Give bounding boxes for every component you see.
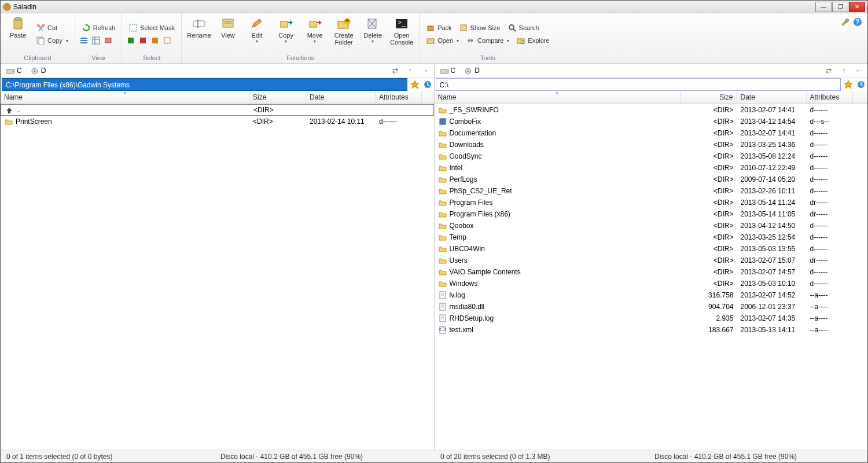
favorite-icon[interactable] bbox=[843, 79, 854, 90]
view-button[interactable]: View bbox=[214, 15, 242, 53]
delete-icon bbox=[366, 17, 380, 31]
table-row[interactable]: PrintScreen<DIR>2013-02-14 10:11d------ bbox=[1, 116, 434, 127]
nav-swap-icon[interactable]: ⇄ bbox=[823, 65, 834, 76]
minimize-button[interactable]: — bbox=[815, 2, 832, 12]
left-file-list[interactable]: ..<DIR>PrintScreen<DIR>2013-02-14 10:11d… bbox=[1, 104, 434, 450]
copy-fn-button[interactable]: Copy▾ bbox=[272, 15, 300, 53]
compare-button[interactable]: Compare▾ bbox=[463, 35, 512, 46]
nav-up-icon[interactable]: ↑ bbox=[838, 65, 849, 76]
svg-rect-4 bbox=[39, 38, 44, 45]
svg-rect-6 bbox=[80, 40, 87, 41]
rename-button[interactable]: Rename bbox=[185, 15, 213, 53]
unselect-icon[interactable] bbox=[138, 35, 148, 46]
table-row[interactable]: Program Files (x86)<DIR>2013-05-14 11:05… bbox=[435, 208, 868, 220]
col-size[interactable]: Size bbox=[681, 91, 737, 104]
cut-button[interactable]: ✂️Cut bbox=[33, 22, 71, 34]
open-console-button[interactable]: >_Open Console bbox=[388, 15, 415, 53]
favorite-icon[interactable] bbox=[409, 79, 421, 90]
svg-rect-2 bbox=[16, 17, 20, 20]
file-icon bbox=[438, 302, 447, 311]
pack-button[interactable]: Pack bbox=[423, 22, 454, 34]
table-row[interactable]: Downloads<DIR>2013-03-25 14:36d------ bbox=[435, 139, 868, 150]
select-ext-icon[interactable] bbox=[162, 35, 172, 46]
col-date[interactable]: Date bbox=[737, 91, 807, 104]
svg-rect-5 bbox=[80, 38, 87, 39]
col-attr[interactable]: Attributes bbox=[376, 91, 422, 104]
drive-c-left[interactable]: C bbox=[4, 66, 24, 75]
folder-icon bbox=[438, 128, 447, 138]
create-folder-button[interactable]: ✦Create Folder bbox=[330, 15, 358, 53]
ribbon-toolbar: Paste ✂️Cut Copy▾ Clipboard Refresh bbox=[1, 13, 867, 64]
delete-button[interactable]: Delete▾ bbox=[359, 15, 387, 53]
explore-button[interactable]: Explore bbox=[513, 35, 552, 46]
compare-icon bbox=[466, 36, 475, 45]
table-row[interactable]: Program Files<DIR>2013-05-14 11:24dr----… bbox=[435, 197, 868, 208]
search-button[interactable]: Search bbox=[505, 22, 542, 34]
drive-d-left[interactable]: D bbox=[28, 66, 48, 75]
right-path-bar: C:\ bbox=[435, 78, 868, 91]
svg-rect-17 bbox=[193, 21, 205, 27]
select-mask-button[interactable]: Select Mask bbox=[126, 22, 178, 34]
close-button[interactable]: ✕ bbox=[849, 2, 865, 12]
drive-c-right[interactable]: C bbox=[438, 66, 458, 75]
folder-icon bbox=[4, 117, 13, 126]
help-icon[interactable]: ? bbox=[852, 17, 863, 27]
history-icon[interactable] bbox=[855, 79, 867, 90]
table-row[interactable]: Temp<DIR>2013-03-25 12:54d------ bbox=[435, 232, 868, 243]
left-pane: C D ⇄ ↑ → C:\Program Files (x86)\Gadwin … bbox=[1, 64, 435, 450]
svg-rect-11 bbox=[105, 38, 111, 43]
svg-rect-12 bbox=[130, 24, 137, 31]
table-row[interactable]: Intel<DIR>2010-07-12 22:49d------ bbox=[435, 162, 868, 174]
table-row[interactable]: UBCD4Win<DIR>2013-05-03 13:55d------ bbox=[435, 243, 868, 255]
svg-point-50 bbox=[468, 70, 469, 72]
open-button[interactable]: Open▾ bbox=[423, 35, 462, 46]
folder-icon bbox=[438, 140, 447, 149]
table-row[interactable]: Documentation<DIR>2013-02-07 14:41d-----… bbox=[435, 127, 868, 139]
col-date[interactable]: Date bbox=[306, 91, 376, 104]
table-row[interactable]: VAIO Sample Contents<DIR>2013-02-07 14:5… bbox=[435, 266, 868, 278]
col-name[interactable]: Name▾ bbox=[1, 91, 249, 104]
folder-icon bbox=[438, 163, 447, 172]
nav-up-icon[interactable]: ↑ bbox=[405, 65, 415, 76]
show-size-button[interactable]: Show Size bbox=[456, 22, 503, 34]
invert-icon[interactable] bbox=[150, 35, 160, 46]
table-row[interactable]: ..<DIR> bbox=[1, 104, 434, 116]
svg-text:<>: <> bbox=[439, 326, 447, 333]
drive-d-right[interactable]: D bbox=[462, 66, 481, 75]
table-row[interactable]: lv.log316.7582013-02-07 14:52--a---- bbox=[435, 289, 868, 301]
table-row[interactable]: Users<DIR>2013-02-07 15:07dr----- bbox=[435, 255, 868, 266]
left-path-input[interactable]: C:\Program Files (x86)\Gadwin Systems bbox=[2, 78, 407, 91]
view-list-icon[interactable] bbox=[79, 35, 89, 46]
col-size[interactable]: Size bbox=[249, 91, 306, 104]
paste-button[interactable]: Paste bbox=[4, 15, 32, 53]
move-button[interactable]: Move▾ bbox=[301, 15, 329, 53]
table-row[interactable]: GoodSync<DIR>2013-05-08 12:24d------ bbox=[435, 150, 868, 162]
view-details-icon[interactable] bbox=[91, 35, 101, 46]
col-name[interactable]: Name▾ bbox=[435, 91, 681, 104]
table-row[interactable]: <>test.xml183.6672013-05-13 14:11--a---- bbox=[435, 324, 868, 336]
table-row[interactable]: PerfLogs<DIR>2009-07-14 05:20d------ bbox=[435, 174, 868, 185]
show-size-icon bbox=[459, 23, 468, 32]
table-row[interactable]: msdia80.dll904.7042006-12-01 23:37--a---… bbox=[435, 301, 868, 313]
col-attr[interactable]: Attributes bbox=[807, 91, 853, 104]
copy-button[interactable]: Copy▾ bbox=[33, 35, 71, 46]
table-row[interactable]: _FS_SWRINFO<DIR>2013-02-07 14:41d------ bbox=[435, 104, 868, 116]
select-all-icon[interactable] bbox=[126, 35, 136, 46]
refresh-button[interactable]: Refresh bbox=[79, 22, 119, 34]
maximize-button[interactable]: ❐ bbox=[832, 2, 848, 12]
table-row[interactable]: ComboFix<DIR>2013-04-12 14:54d---s-- bbox=[435, 116, 868, 127]
app-icon bbox=[3, 3, 11, 11]
right-file-list[interactable]: _FS_SWRINFO<DIR>2013-02-07 14:41d------C… bbox=[435, 104, 868, 450]
table-row[interactable]: PhSp_CS2_UE_Ret<DIR>2013-02-26 10:11d---… bbox=[435, 185, 868, 197]
right-path-input[interactable]: C:\ bbox=[436, 78, 841, 91]
history-icon[interactable] bbox=[422, 79, 433, 90]
nav-swap-icon[interactable]: ⇄ bbox=[390, 65, 400, 76]
table-row[interactable]: RHDSetup.log2.9352013-02-07 14:35--a---- bbox=[435, 313, 868, 324]
table-row[interactable]: Windows<DIR>2013-05-03 10:10d------ bbox=[435, 278, 868, 289]
nav-back-icon[interactable]: ← bbox=[854, 65, 864, 76]
settings-icon[interactable] bbox=[840, 17, 850, 27]
view-hidden-icon[interactable] bbox=[103, 35, 113, 46]
table-row[interactable]: Qoobox<DIR>2013-04-12 14:50d------ bbox=[435, 220, 868, 232]
edit-button[interactable]: Edit▾ bbox=[243, 15, 271, 53]
nav-forward-icon[interactable]: → bbox=[420, 65, 431, 76]
